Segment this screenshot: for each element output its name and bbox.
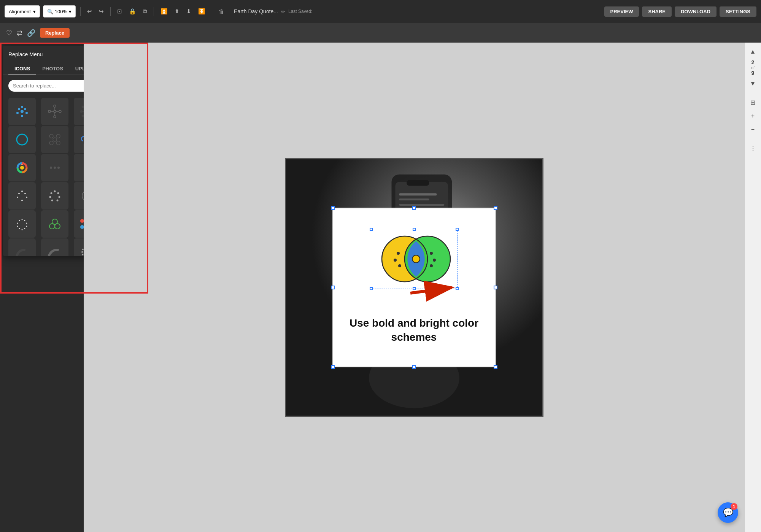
handle-mid-right <box>494 286 497 289</box>
undo-button[interactable]: ↩ <box>85 6 94 16</box>
layers-button[interactable]: ⊞ <box>747 96 759 108</box>
svg-point-0 <box>21 106 23 108</box>
handle-bot-mid <box>412 365 416 369</box>
venn-diagram-area[interactable] <box>372 230 456 287</box>
svg-point-11 <box>54 116 56 118</box>
svg-point-46 <box>54 167 56 169</box>
icon-item-dots-ring-light[interactable] <box>8 210 36 238</box>
scroll-down-button[interactable]: ▼ <box>747 78 759 90</box>
svg-point-76 <box>22 219 23 220</box>
redo-button[interactable]: ↪ <box>97 6 106 16</box>
svg-point-79 <box>26 226 27 227</box>
svg-point-10 <box>54 105 56 107</box>
svg-point-66 <box>57 192 59 194</box>
zoom-control[interactable]: 🔍 100% ▾ <box>43 5 76 17</box>
svg-point-44 <box>20 166 24 170</box>
total-pages: 9 <box>751 70 755 76</box>
venn-handle-tm <box>413 228 416 231</box>
svg-point-3 <box>18 108 20 110</box>
svg-point-32 <box>56 134 60 138</box>
settings-button[interactable]: SETTINGS <box>720 6 756 17</box>
last-saved-label: Last Saved: <box>288 9 312 14</box>
svg-rect-111 <box>399 203 444 205</box>
sidebar-separator-1 <box>748 93 758 93</box>
move-top-button[interactable]: ⏫ <box>159 6 170 16</box>
add-button[interactable]: + <box>747 110 759 122</box>
svg-point-22 <box>81 111 83 113</box>
slide-background: Use bold and bright color schemes <box>285 158 543 417</box>
move-up-button[interactable]: ⬆ <box>173 6 181 16</box>
svg-point-61 <box>26 197 27 198</box>
svg-rect-109 <box>399 193 437 195</box>
svg-point-77 <box>24 220 25 221</box>
icon-item-three-dots[interactable] <box>41 154 68 181</box>
favorite-icon[interactable]: ♡ <box>6 29 12 37</box>
svg-point-68 <box>57 200 59 202</box>
svg-point-34 <box>53 138 57 141</box>
icon-item-arc-dark[interactable] <box>8 238 36 256</box>
content-box: Use bold and bright color schemes <box>332 208 496 367</box>
toolbar-left: Alignment ▾ 🔍 100% ▾ ↩ ↪ ⊡ 🔒 ⧉ ⏫ ⬆ ⬇ ⏬ 🗑 <box>5 5 226 17</box>
move-bottom-button[interactable]: ⏬ <box>196 6 207 16</box>
icon-item-bubbles[interactable] <box>41 126 68 153</box>
svg-point-29 <box>17 134 27 145</box>
icon-item-arc-medium[interactable] <box>41 238 68 256</box>
download-button[interactable]: DOWNLOAD <box>675 6 717 17</box>
svg-point-80 <box>24 228 25 229</box>
more-options-button[interactable]: ⋮ <box>747 142 759 154</box>
svg-rect-108 <box>407 180 429 186</box>
icon-item-colorwheel[interactable] <box>8 154 36 181</box>
edit-title-icon[interactable]: ✏ <box>281 9 285 14</box>
icon-item-circle-outline[interactable] <box>8 126 36 153</box>
tab-icons[interactable]: ICONS <box>8 63 36 75</box>
svg-point-4 <box>16 112 19 114</box>
copy-button[interactable]: ⧉ <box>141 6 149 16</box>
alignment-label: Alignment <box>9 9 31 14</box>
separator-2 <box>110 7 111 16</box>
svg-point-62 <box>18 193 20 194</box>
scroll-up-button[interactable]: ▲ <box>747 46 759 58</box>
svg-point-85 <box>19 220 20 221</box>
svg-point-78 <box>26 223 27 224</box>
handle-top-mid <box>412 206 416 210</box>
alignment-dropdown[interactable]: Alignment ▾ <box>5 5 40 17</box>
svg-point-59 <box>21 191 23 192</box>
svg-point-71 <box>51 192 52 194</box>
icon-item-dots-light[interactable] <box>8 182 36 210</box>
handle-top-left <box>331 206 335 210</box>
svg-point-83 <box>17 226 18 227</box>
venn-selection-border <box>371 229 458 289</box>
svg-point-63 <box>17 197 18 198</box>
move-down-button[interactable]: ⬇ <box>184 6 193 16</box>
replace-button[interactable]: Replace <box>40 28 70 38</box>
crop-button[interactable]: ⊡ <box>115 6 124 16</box>
chat-bubble[interactable]: 💬 1 <box>718 502 738 523</box>
svg-point-5 <box>21 115 23 117</box>
share-button[interactable]: SHARE <box>642 6 672 17</box>
svg-point-1 <box>24 108 26 110</box>
icon-item-trefoil[interactable] <box>41 210 68 238</box>
handle-bot-left <box>331 365 335 369</box>
quote-text: Use bold and bright color schemes <box>341 316 488 344</box>
icon-item-network[interactable] <box>41 98 68 125</box>
icon-item-dots-colorful[interactable] <box>8 98 36 125</box>
zoom-label: 100% <box>55 9 67 14</box>
tab-photos[interactable]: PHOTOS <box>36 63 69 75</box>
svg-point-84 <box>17 223 18 224</box>
delete-button[interactable]: 🗑 <box>217 7 226 16</box>
venn-handle-bl <box>370 287 373 290</box>
handle-top-right <box>494 206 497 210</box>
page-indicator: 2 of 9 <box>751 59 755 76</box>
svg-point-88 <box>55 224 60 229</box>
separator-3 <box>154 7 154 16</box>
remove-button[interactable]: − <box>747 124 759 136</box>
zoom-search-icon: 🔍 <box>47 9 53 14</box>
icon-item-dots-circle[interactable] <box>41 182 68 210</box>
venn-handle-bm <box>413 287 416 290</box>
preview-button[interactable]: PREVIEW <box>604 6 639 17</box>
lock-button[interactable]: 🔒 <box>127 6 138 16</box>
current-page: 2 <box>751 59 755 65</box>
swap-icon[interactable]: ⇄ <box>17 29 22 37</box>
link-icon[interactable]: 🔗 <box>27 29 35 37</box>
svg-point-8 <box>48 110 51 113</box>
